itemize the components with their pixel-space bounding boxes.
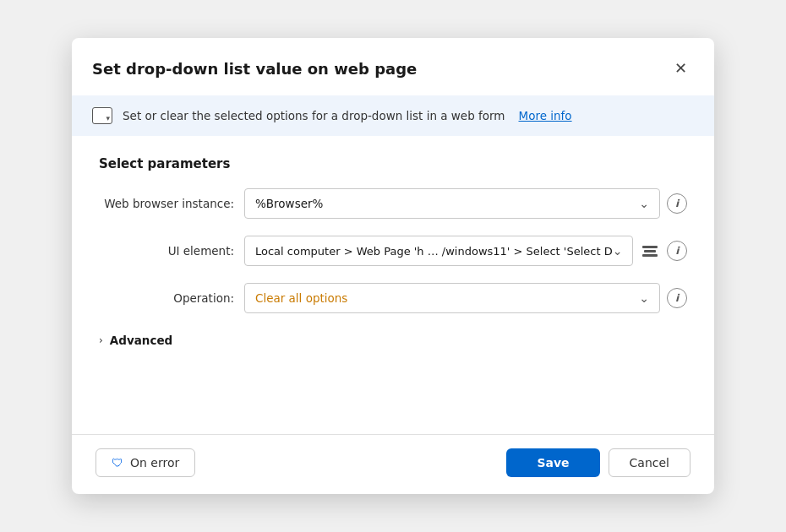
- operation-chevron-icon: ⌄: [639, 291, 649, 305]
- advanced-label: Advanced: [110, 334, 172, 347]
- info-banner: Set or clear the selected options for a …: [72, 95, 714, 136]
- operation-dropdown[interactable]: Clear all options ⌄: [244, 283, 660, 313]
- browser-value: %Browser%: [255, 197, 323, 210]
- browser-control-wrap: %Browser% ⌄ i: [244, 188, 687, 219]
- browser-row: Web browser instance: %Browser% ⌄ i: [99, 188, 687, 219]
- more-info-link[interactable]: More info: [519, 109, 572, 122]
- layers-icon[interactable]: [640, 241, 660, 261]
- ui-element-dropdown[interactable]: Local computer > Web Page 'h … /windows1…: [244, 236, 633, 266]
- banner-text: Set or clear the selected options for a …: [123, 109, 505, 122]
- footer-right: Save Cancel: [506, 448, 690, 477]
- operation-info-icon[interactable]: i: [667, 288, 687, 308]
- ui-element-control-wrap: Local computer > Web Page 'h … /windows1…: [244, 236, 687, 266]
- operation-row: Operation: Clear all options ⌄ i: [99, 283, 687, 313]
- dialog-header: Set drop-down list value on web page ✕: [72, 38, 714, 95]
- advanced-row[interactable]: › Advanced: [99, 330, 687, 350]
- on-error-button[interactable]: 🛡 On error: [96, 448, 195, 477]
- browser-dropdown[interactable]: %Browser% ⌄: [244, 188, 660, 219]
- ui-element-chevron-icon: ⌄: [613, 244, 623, 258]
- ui-element-row: UI element: Local computer > Web Page 'h…: [99, 236, 687, 266]
- dialog-body: Select parameters Web browser instance: …: [72, 136, 714, 434]
- operation-control-wrap: Clear all options ⌄ i: [244, 283, 687, 313]
- browser-info-icon[interactable]: i: [667, 193, 687, 214]
- ui-element-value: Local computer > Web Page 'h … /windows1…: [255, 245, 613, 258]
- dropdown-icon: [92, 107, 112, 124]
- dialog-footer: 🛡 On error Save Cancel: [72, 434, 714, 494]
- ui-element-info-icon[interactable]: i: [667, 241, 687, 261]
- close-button[interactable]: ✕: [667, 55, 694, 82]
- save-button[interactable]: Save: [506, 448, 599, 477]
- ui-element-label: UI element:: [99, 244, 234, 258]
- shield-icon: 🛡: [112, 456, 123, 470]
- on-error-label: On error: [130, 456, 179, 470]
- browser-label: Web browser instance:: [99, 197, 234, 210]
- browser-chevron-icon: ⌄: [639, 197, 649, 210]
- section-title: Select parameters: [99, 156, 687, 171]
- advanced-chevron-icon: ›: [99, 334, 103, 346]
- dialog: Set drop-down list value on web page ✕ S…: [72, 38, 714, 494]
- operation-value: Clear all options: [255, 291, 347, 305]
- dialog-title: Set drop-down list value on web page: [92, 60, 417, 78]
- cancel-button[interactable]: Cancel: [609, 448, 690, 477]
- operation-label: Operation:: [99, 291, 234, 305]
